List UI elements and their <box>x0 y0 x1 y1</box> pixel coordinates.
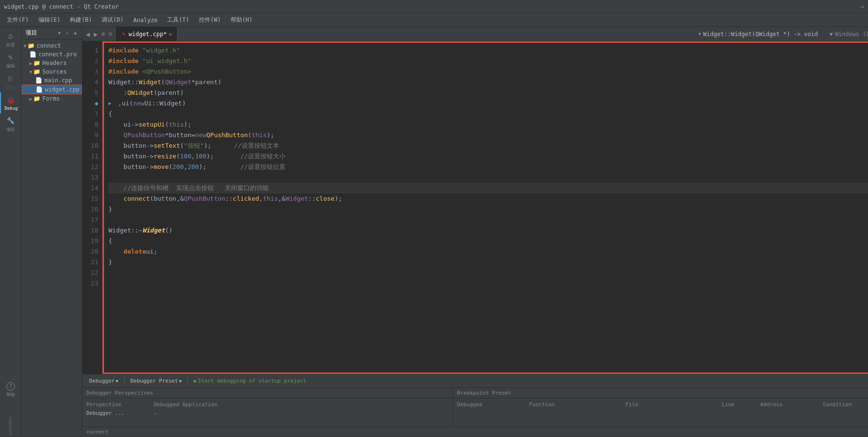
menu-file[interactable]: 文件(F) <box>2 14 34 26</box>
tree-item-widget-cpp[interactable]: 📄 widget.cpp <box>22 85 82 94</box>
tree-headers-label: Headers <box>42 60 67 66</box>
menu-bar: 文件(F) 编辑(E) 构建(B) 调试(D) Analyze 工具(T) 控件… <box>0 13 868 27</box>
code-line-9: QPushButton* button = new QPushButton(th… <box>108 130 868 141</box>
sidebar-project-label: 项目 <box>6 127 15 133</box>
forms-folder-icon: 📁 <box>33 95 40 102</box>
code-line-4: Widget::Widget(QWidget *parent) <box>108 77 868 88</box>
debug-perspectives-table-header: Perspective Debugged Application <box>86 400 449 409</box>
tab-right-info: ▼ Widget::Widget(QWidget *) -> void ▼ Wi… <box>695 31 868 38</box>
widget-cpp-icon: 📄 <box>36 86 43 93</box>
menu-controls[interactable]: 控件(W) <box>194 14 226 26</box>
tab-file-icon: ✎ <box>120 31 127 37</box>
main-area: ⌂ 欢迎 ✎ 编辑 ◧ 设计 🐞 Debug 🔧 项目 ? 帮助 connect… <box>0 27 868 437</box>
debug-perspectives-content: Perspective Debugged Application Debugge… <box>82 398 453 419</box>
line-numbers: 1 2 3 4 5 ◆ 7 8 9 10 11 12 13 14 15 16 1 <box>82 41 103 374</box>
col-function: Function <box>529 401 625 408</box>
code-line-21: } <box>108 257 868 268</box>
ln-7: 7 <box>82 109 98 119</box>
ln-15: 15 <box>82 193 98 204</box>
panel-collapse-btn[interactable]: ◀ <box>71 29 78 37</box>
panel-controls: ▼ ↕ ◀ <box>56 29 78 37</box>
ln-20: 20 <box>82 246 98 257</box>
code-text[interactable]: #include "widget.h" #include "ui_widget.… <box>103 41 868 374</box>
panel-filter-btn[interactable]: ▼ <box>56 29 63 37</box>
menu-debug[interactable]: 调试(D) <box>97 14 129 26</box>
str-ui-widget-h: "ui_widget.h" <box>143 56 192 66</box>
code-line-13 <box>108 172 868 183</box>
ln-19: 19 <box>82 236 98 246</box>
headers-folder-icon: 📁 <box>33 60 40 66</box>
tab-nav-back[interactable]: ◀ <box>84 30 91 38</box>
sidebar-item-project[interactable]: 🔧 项目 <box>0 114 21 135</box>
menu-analyze[interactable]: Analyze <box>129 15 163 26</box>
ln-2: 2 <box>82 56 98 66</box>
debugger-dropdown-icon[interactable]: ▼ <box>116 379 118 384</box>
menu-help[interactable]: 帮助(H) <box>226 14 258 26</box>
tree-arrow-forms: ▶ <box>29 96 32 102</box>
tab-nav-forward[interactable]: ▶ <box>92 30 99 38</box>
menu-edit[interactable]: 编辑(E) <box>34 14 65 26</box>
fn-qwidget-init: QWidget <box>127 88 154 98</box>
tree-item-pro[interactable]: 📄 connect.pro <box>22 50 82 59</box>
start-debugging-btn[interactable]: ▶ Start debugging of startup project <box>191 377 309 385</box>
col-address: Address <box>760 401 823 408</box>
tab-nav-menu[interactable]: ⊞ <box>100 31 106 37</box>
project-panel: 项目 ▼ ↕ ◀ ▼ 📁 connect 📄 connect.pro ▶ � <box>22 27 82 437</box>
str-widget-h: "widget.h" <box>143 45 180 56</box>
tab-dropdown-btn[interactable]: ▼ <box>699 31 701 37</box>
ln-3: 3 <box>82 66 98 77</box>
design-icon: ◧ <box>6 74 15 83</box>
project-icon: 🔧 <box>6 116 15 126</box>
tree-widget-cpp-label: widget.cpp <box>45 86 79 93</box>
ln-23: 23 <box>82 278 98 289</box>
panel-sync-btn[interactable]: ↕ <box>64 29 70 37</box>
sidebar-item-edit[interactable]: ✎ 编辑 <box>0 50 21 71</box>
col-debugged-app: Debugged Application <box>154 401 250 408</box>
ln-6: ◆ <box>82 98 98 109</box>
debugger-perspectives-label: Debugger Perspectives <box>86 390 153 396</box>
debug-sep-2 <box>187 377 188 385</box>
debug-toolbar: Debugger ▼ Debugger Preset ▼ ▶ Start deb… <box>82 374 868 388</box>
menu-tools[interactable]: 工具(T) <box>162 14 194 26</box>
code-line-6: ▶ , ui(new Ui::Widget) <box>108 98 868 109</box>
tree-item-headers[interactable]: ▶ 📁 Headers <box>22 59 82 67</box>
col-debuggee: Debuggee <box>457 401 529 408</box>
menu-build[interactable]: 构建(B) <box>65 14 97 26</box>
tab-nav-split[interactable]: ⊟ <box>107 31 114 37</box>
fn-widget-ctor: Widget <box>139 77 161 88</box>
sidebar-edit-label: 编辑 <box>6 63 15 69</box>
debug-sep-1 <box>124 377 125 385</box>
tab-close-btn[interactable]: ✕ <box>168 31 172 38</box>
debug-perspectives-row-1: Debugger ... - <box>86 409 449 417</box>
breakpoint-preset-label: Breakpoint Preset <box>457 390 511 396</box>
tree-item-connect[interactable]: ▼ 📁 connect <box>22 41 82 50</box>
ln-13: 13 <box>82 172 98 183</box>
ln-22: 22 <box>82 268 98 278</box>
debug-icon: 🐞 <box>6 95 16 105</box>
minimize-btn[interactable]: — <box>861 3 864 10</box>
ln-16: 16 <box>82 204 98 215</box>
debugger-preset-dropdown[interactable]: ▼ <box>179 379 181 384</box>
col-file: File <box>625 401 722 408</box>
tab-widget-cpp-label: widget.cpp* <box>129 31 167 38</box>
debugger-label: Debugger <box>89 378 115 384</box>
code-line-23 <box>108 278 868 289</box>
tree-item-forms[interactable]: ▶ 📁 Forms <box>22 94 82 103</box>
breakpoint-preset-header: Breakpoint Preset <box>453 388 868 398</box>
sidebar-item-debug[interactable]: 🐞 Debug <box>0 92 21 114</box>
code-line-18: Widget::~Widget() <box>108 225 868 236</box>
sidebar-item-welcome[interactable]: ⌂ 欢迎 <box>0 29 21 50</box>
tree-item-sources[interactable]: ▼ 📁 Sources <box>22 67 82 76</box>
tab-widget-cpp[interactable]: ✎ widget.cpp* ✕ <box>116 27 177 41</box>
ln-4: 4 <box>82 77 98 88</box>
debugger-preset-btn[interactable]: Debugger Preset ▼ <box>128 377 185 385</box>
tree-item-main-cpp[interactable]: 📄 main.cpp <box>22 76 82 85</box>
code-editor[interactable]: 1 2 3 4 5 ◆ 7 8 9 10 11 12 13 14 15 16 1 <box>82 41 868 374</box>
debugger-btn[interactable]: Debugger ▼ <box>86 377 121 385</box>
sidebar-item-design[interactable]: ◧ 设计 <box>0 71 21 92</box>
comment-resize: //设置按钮大小 <box>240 151 285 162</box>
code-line-2: #include "ui_widget.h" <box>108 56 868 66</box>
tree-arrow-headers: ▶ <box>29 61 32 66</box>
sidebar-item-help[interactable]: ? 帮助 <box>0 381 21 402</box>
col-condition: Condition <box>823 401 868 408</box>
